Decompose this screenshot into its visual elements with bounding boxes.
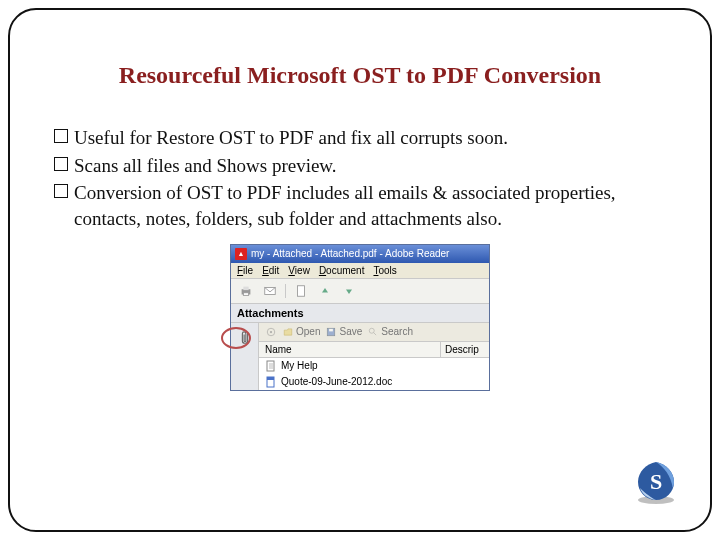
slide-frame: Resourceful Microsoft OST to PDF Convers… (8, 8, 712, 532)
bullet-marker (54, 184, 68, 198)
highlight-circle (221, 327, 251, 349)
svg-text:S: S (650, 469, 662, 494)
svg-point-6 (270, 330, 272, 332)
bullet-text: Useful for Restore OST to PDF and fix al… (74, 125, 666, 151)
window-title-text: my - Attached - Attached.pdf - Adobe Rea… (251, 248, 449, 259)
bullet-item: Useful for Restore OST to PDF and fix al… (54, 125, 666, 151)
bullet-text: Scans all files and Shows preview. (74, 153, 666, 179)
adobe-reader-window: ▲ my - Attached - Attached.pdf - Adobe R… (230, 244, 490, 391)
slide-title: Resourceful Microsoft OST to PDF Convers… (46, 62, 674, 89)
svg-rect-13 (267, 377, 274, 380)
brand-logo: S (632, 458, 680, 506)
nav-down-icon[interactable] (340, 282, 358, 300)
svg-rect-8 (330, 328, 334, 331)
menu-edit[interactable]: Edit (262, 265, 279, 276)
menu-tools[interactable]: Tools (373, 265, 396, 276)
open-button[interactable]: Open (283, 326, 320, 337)
attachments-body: Open Save Search Name Descrip (231, 323, 489, 390)
svg-rect-1 (243, 286, 248, 290)
svg-rect-4 (298, 285, 305, 296)
column-name[interactable]: Name (259, 342, 441, 357)
file-name: Quote-09-June-2012.doc (281, 376, 392, 387)
attachments-panel-header: Attachments (231, 304, 489, 323)
doc-file-icon (265, 376, 277, 388)
nav-up-icon[interactable] (316, 282, 334, 300)
print-icon[interactable] (237, 282, 255, 300)
svg-rect-2 (243, 292, 248, 295)
menu-file[interactable]: File (237, 265, 253, 276)
file-row[interactable]: My Help (259, 358, 489, 374)
bullet-marker (54, 157, 68, 171)
embedded-screenshot: ▲ my - Attached - Attached.pdf - Adobe R… (46, 244, 674, 391)
save-button[interactable]: Save (326, 326, 362, 337)
attachments-columns: Name Descrip (259, 342, 489, 358)
pdf-icon: ▲ (235, 248, 247, 260)
menu-document[interactable]: Document (319, 265, 365, 276)
column-description[interactable]: Descrip (441, 342, 489, 357)
toolbar (231, 279, 489, 304)
toolbar-divider (285, 284, 286, 298)
email-icon[interactable] (261, 282, 279, 300)
side-rail (231, 323, 259, 390)
bullet-list: Useful for Restore OST to PDF and fix al… (46, 125, 674, 232)
svg-point-9 (370, 328, 375, 333)
file-row[interactable]: Quote-09-June-2012.doc (259, 374, 489, 390)
file-name: My Help (281, 360, 318, 371)
attachments-toolbar: Open Save Search (259, 323, 489, 342)
page-icon[interactable] (292, 282, 310, 300)
window-titlebar: ▲ my - Attached - Attached.pdf - Adobe R… (231, 245, 489, 263)
attachments-content: Open Save Search Name Descrip (259, 323, 489, 390)
menu-view[interactable]: View (288, 265, 310, 276)
bullet-marker (54, 129, 68, 143)
settings-icon[interactable] (265, 326, 277, 338)
search-button[interactable]: Search (368, 326, 413, 337)
menubar: File Edit View Document Tools (231, 263, 489, 279)
bullet-text: Conversion of OST to PDF includes all em… (74, 180, 666, 231)
bullet-item: Conversion of OST to PDF includes all em… (54, 180, 666, 231)
page-file-icon (265, 360, 277, 372)
svg-line-10 (374, 332, 377, 335)
bullet-item: Scans all files and Shows preview. (54, 153, 666, 179)
